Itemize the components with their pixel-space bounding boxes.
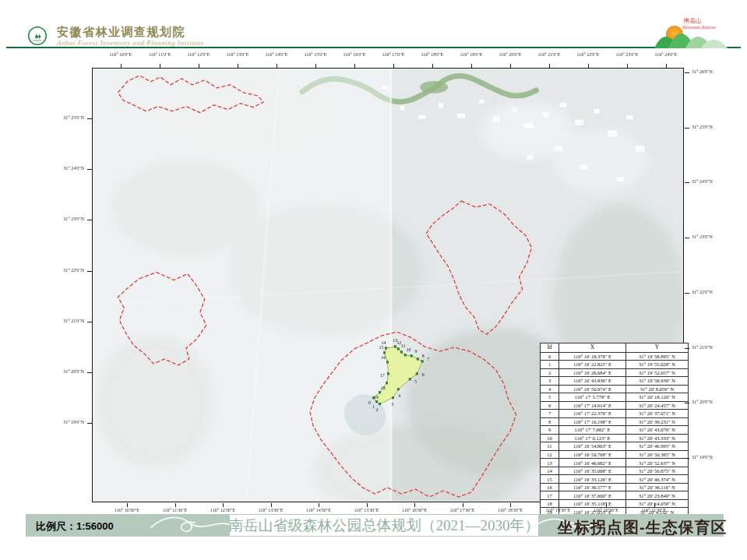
- table-cell: 116° 16' 36.577" E: [559, 483, 626, 491]
- axis-label-top: 116° 24'0"E: [655, 52, 678, 57]
- table-row: 9116° 17' 7.682" E31° 20' 43.076" N: [541, 426, 689, 435]
- axis-label-bottom: 116° 12'30"E: [210, 508, 235, 512]
- vertex-marker: [375, 400, 378, 403]
- axis-label-left: 31° 22'0"N: [22, 268, 84, 273]
- table-cell: 12: [541, 450, 559, 459]
- table-cell: 14: [541, 467, 559, 475]
- axis-label-top: 116° 10'0"E: [110, 52, 132, 57]
- header-divider: [6, 47, 741, 48]
- table-cell: 31° 19' 58.895" N: [626, 352, 689, 361]
- axis-tick: [510, 503, 511, 507]
- table-cell: 31° 20' 52.637" N: [626, 459, 689, 467]
- table-cell: 2: [541, 368, 559, 377]
- table-cell: 3: [541, 377, 559, 386]
- park-mountain-sun-logo-icon: 南岳山 Mountain Nanyue: [653, 11, 734, 50]
- axis-tick: [121, 64, 122, 68]
- table-cell: 31° 20' 14.056" N: [626, 499, 689, 508]
- table-row: 5116° 17' 5.778" E31° 20' 18.120" N: [541, 393, 689, 402]
- table-cell: 10: [541, 434, 559, 442]
- table-cell: 31° 20' 46.995" N: [626, 442, 689, 451]
- axis-tick: [277, 64, 277, 68]
- table-cell: 116° 16' 35.118" E: [559, 499, 626, 508]
- park-logo-en: Mountain Nanyue: [682, 25, 716, 30]
- vertex-marker: [404, 354, 407, 357]
- table-row: 16116° 16' 36.577" E31° 20' 36.116" N: [541, 483, 689, 491]
- axis-label-top: 116° 14'0"E: [266, 52, 288, 57]
- axis-tick: [160, 64, 160, 68]
- table-cell: 0: [541, 352, 559, 361]
- axis-tick: [510, 64, 511, 68]
- table-header-cell: Id: [541, 343, 559, 353]
- axis-label-top: 116° 15'0"E: [305, 52, 327, 57]
- table-cell: 31° 20' 50.365" N: [626, 450, 689, 459]
- vertex-marker: [410, 355, 413, 357]
- table-cell: 1: [541, 361, 559, 369]
- vertex-marker: [387, 373, 389, 375]
- table-cell: 31° 20' 24.457" N: [626, 401, 689, 410]
- table-row: 3116° 16' 43.836" E31° 19' 58.939" N: [541, 377, 689, 386]
- axis-label-bottom: 116° 14'30"E: [306, 508, 331, 512]
- axis-label-right: 31° 25'0"N: [692, 125, 713, 129]
- axis-tick: [238, 64, 238, 68]
- table-cell: 11: [541, 442, 559, 451]
- table-cell: 31° 20' 36.116" N: [626, 483, 689, 491]
- institute-name-en: Anhui Forest Inventory and Planning Inst…: [57, 39, 204, 47]
- axis-tick: [685, 293, 689, 294]
- vertex-marker: [383, 352, 386, 354]
- axis-tick: [87, 372, 92, 373]
- vertex-label: 17: [380, 373, 385, 378]
- table-row: 4116° 16' 50.974" E31° 20' 8.059" N: [541, 385, 689, 393]
- axis-tick: [685, 458, 689, 459]
- axis-tick: [87, 271, 92, 272]
- plan-title: 南岳山省级森林公园总体规划（2021—2030年）: [229, 516, 540, 536]
- vertex-label: 8: [422, 354, 425, 358]
- table-cell: 15: [541, 475, 559, 484]
- axis-label-bottom: 116° 21'30"E: [642, 508, 667, 512]
- axis-tick: [393, 64, 394, 68]
- axis-label-bottom: 116° 15'30"E: [354, 508, 379, 512]
- vertex-marker: [409, 379, 411, 381]
- vertex-label: 6: [422, 372, 425, 377]
- table-cell: 116° 17' 5.778" E: [559, 393, 626, 402]
- vertex-marker: [385, 347, 387, 350]
- axis-tick: [127, 503, 128, 507]
- axis-tick: [175, 503, 176, 507]
- axis-tick: [414, 503, 415, 507]
- table-cell: 116° 17' 7.682" E: [559, 426, 626, 435]
- axis-label-top: 116° 12'0"E: [188, 52, 210, 57]
- table-header-cell: Y: [626, 343, 689, 353]
- axis-tick: [87, 220, 92, 220]
- table-cell: 116° 16' 26.684" E: [559, 368, 626, 377]
- vertex-label: 13: [393, 338, 397, 343]
- axis-label-left: 31° 20'0"N: [22, 369, 84, 374]
- table-row: 15116° 16' 33.126" E31° 20' 46.374" N: [541, 475, 689, 484]
- axis-tick: [199, 64, 199, 68]
- axis-label-top: 116° 11'0"E: [149, 52, 171, 57]
- table-cell: 116° 16' 33.126" E: [559, 475, 626, 484]
- axis-tick: [471, 64, 472, 68]
- sheet-title: 坐标拐点图-生态保育区: [558, 517, 728, 538]
- axis-label-left: 31° 19'0"N: [22, 420, 84, 424]
- axis-tick: [666, 64, 667, 68]
- table-cell: 13: [541, 459, 559, 467]
- vertex-label: 7: [427, 357, 429, 361]
- vertex-label: 5: [414, 379, 417, 384]
- table-row: 10116° 17' 0.123" E31° 20' 43.333" N: [541, 434, 689, 442]
- axis-tick: [271, 503, 272, 507]
- axis-tick: [654, 503, 655, 507]
- red-boundary-east: [426, 201, 531, 334]
- institute-name: 安徽省林业调查规划院: [57, 25, 185, 40]
- table-cell: 31° 19' 52.057" N: [626, 368, 689, 377]
- table-cell: 116° 17' 22.376" E: [559, 410, 626, 418]
- axis-label-right: 31° 19'0"N: [692, 455, 713, 460]
- vertex-label: 15: [379, 345, 383, 350]
- vertex-marker: [379, 391, 381, 393]
- table-row: 17116° 16' 37.600" E31° 20' 23.849" N: [541, 491, 689, 500]
- table-cell: 116° 16' 54.863" E: [559, 442, 626, 451]
- table-cell: 31° 20' 39.231" N: [626, 417, 689, 426]
- vertex-marker: [394, 346, 396, 348]
- axis-tick: [558, 503, 559, 507]
- vertex-label: 1: [372, 404, 375, 409]
- table-cell: 116° 16' 37.600" E: [559, 491, 626, 500]
- table-header-row: IdXY: [541, 343, 689, 353]
